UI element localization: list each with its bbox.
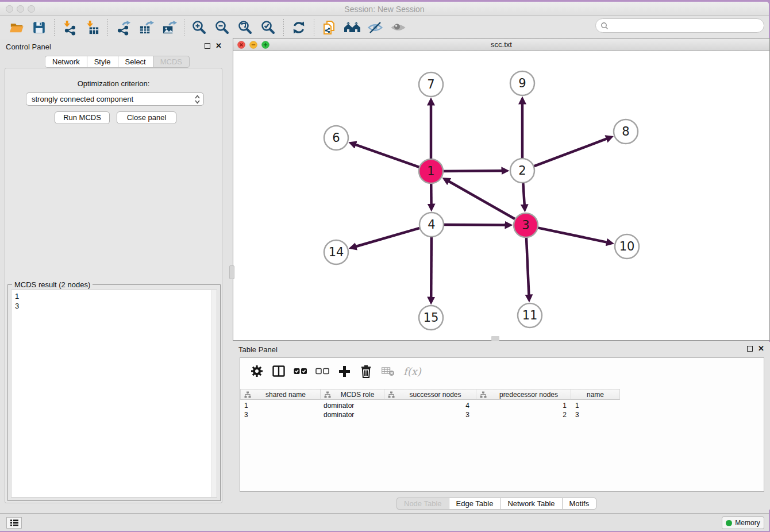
graph-node-2[interactable]: 2 <box>510 159 534 183</box>
refresh-view-icon[interactable] <box>290 19 307 36</box>
svg-text:6: 6 <box>332 131 340 145</box>
table-settings-icon[interactable] <box>249 364 264 379</box>
graph-node-7[interactable]: 7 <box>419 72 443 97</box>
cell-mcds-role[interactable]: dominator <box>321 410 384 419</box>
delete-column-icon[interactable] <box>359 364 374 379</box>
tab-node-table[interactable]: Node Table <box>396 498 449 510</box>
network-canvas-svg[interactable]: 1234678910111415 <box>233 51 769 340</box>
svg-text:15: 15 <box>424 311 439 325</box>
cell-name[interactable]: 1 <box>571 401 620 410</box>
import-table-icon[interactable] <box>84 19 101 36</box>
graph-node-11[interactable]: 11 <box>518 303 542 327</box>
tab-motifs[interactable]: Motifs <box>562 498 597 510</box>
cell-predecessor-nodes[interactable]: 1 <box>476 401 571 410</box>
mcds-result-text: 1 3 <box>11 290 217 312</box>
criterion-select[interactable]: strongly connected component <box>26 92 204 106</box>
svg-text:7: 7 <box>427 78 434 91</box>
cell-predecessor-nodes[interactable]: 2 <box>476 410 571 419</box>
close-panel-icon[interactable]: ✕ <box>215 43 222 49</box>
tree-icon <box>388 391 395 398</box>
export-image-icon[interactable] <box>160 19 178 36</box>
graph-edge-4-15[interactable] <box>431 233 432 297</box>
tab-select[interactable]: Select <box>118 56 153 68</box>
zoom-selected-icon[interactable] <box>260 19 277 36</box>
mcds-result-area[interactable]: 1 3 <box>11 290 217 498</box>
graph-edge-1-6[interactable] <box>356 145 423 168</box>
hide-selected-icon[interactable] <box>367 19 384 36</box>
show-panels-button[interactable] <box>6 517 22 529</box>
clone-network-icon[interactable] <box>321 19 338 36</box>
float-table-panel-icon[interactable] <box>747 346 753 352</box>
graph-edge-3-10[interactable] <box>534 227 607 242</box>
graph-node-6[interactable]: 6 <box>324 126 348 150</box>
close-table-panel-icon[interactable]: ✕ <box>758 346 764 352</box>
chevron-up-down-icon <box>195 95 200 104</box>
graph-node-3[interactable]: 3 <box>514 213 538 237</box>
node-table-container: f(x) shared name MCDS role successor nod… <box>240 357 764 492</box>
zoom-out-icon[interactable] <box>214 19 231 36</box>
graph-node-14[interactable]: 14 <box>324 240 348 264</box>
list-icon <box>10 519 19 527</box>
destroy-table-icon[interactable] <box>380 364 395 379</box>
tab-style[interactable]: Style <box>87 56 118 68</box>
search-input[interactable] <box>611 21 764 30</box>
zoom-in-icon[interactable] <box>191 19 208 36</box>
function-builder-icon[interactable]: f(x) <box>403 365 421 377</box>
open-session-icon[interactable] <box>7 19 25 36</box>
search-field[interactable] <box>595 18 764 33</box>
float-panel-icon[interactable] <box>205 43 210 49</box>
cell-mcds-role[interactable]: dominator <box>321 401 384 410</box>
tab-network-table[interactable]: Network Table <box>500 498 562 510</box>
cell-shared-name[interactable]: 3 <box>240 410 321 419</box>
column-header-successor-nodes[interactable]: successor nodes <box>384 389 476 400</box>
horizontal-splitter-grip[interactable] <box>491 336 499 341</box>
graph-edge-2-8[interactable] <box>530 139 606 168</box>
split-view-icon[interactable] <box>271 364 286 379</box>
column-header-shared-name[interactable]: shared name <box>240 389 321 400</box>
column-header-mcds-role[interactable]: MCDS role <box>321 389 384 400</box>
graph-node-1[interactable]: 1 <box>419 159 443 183</box>
column-header-predecessor-nodes[interactable]: predecessor nodes <box>476 389 571 400</box>
import-network-icon[interactable] <box>61 19 78 36</box>
run-mcds-button[interactable]: Run MCDS <box>55 111 110 124</box>
show-all-icon[interactable] <box>390 19 407 36</box>
export-table-icon[interactable] <box>137 19 155 36</box>
result-scrollbar[interactable] <box>211 290 217 497</box>
graph-edge-3-11[interactable] <box>526 234 529 295</box>
zoom-fit-icon[interactable] <box>237 19 254 36</box>
graph-node-9[interactable]: 9 <box>510 71 534 95</box>
network-view-title: scc.txt <box>233 40 769 49</box>
close-panel-button[interactable]: Close panel <box>117 111 176 124</box>
mcds-panel: Optimization criterion: strongly connect… <box>5 68 222 503</box>
cell-successor-nodes[interactable]: 3 <box>384 410 476 419</box>
graph-node-4[interactable]: 4 <box>419 213 444 237</box>
network-window-titlebar[interactable]: scc.txt <box>233 38 769 51</box>
select-all-columns-icon[interactable] <box>293 364 308 379</box>
cell-name[interactable]: 3 <box>571 410 620 419</box>
graph-edge-4-3[interactable] <box>440 225 505 225</box>
svg-text:3: 3 <box>522 218 529 232</box>
graph-edge-4-14[interactable] <box>356 227 424 246</box>
graph-node-10[interactable]: 10 <box>615 234 639 259</box>
graph-node-8[interactable]: 8 <box>614 119 638 144</box>
vertical-splitter-grip[interactable] <box>229 265 234 279</box>
tab-mcds[interactable]: MCDS <box>153 56 190 68</box>
graph-edge-1-2[interactable] <box>440 171 502 171</box>
tab-edge-table[interactable]: Edge Table <box>449 498 501 510</box>
table-row[interactable]: 1 dominator 4 1 1 <box>240 401 620 410</box>
cell-shared-name[interactable]: 1 <box>240 401 321 410</box>
first-neighbors-icon[interactable] <box>344 19 361 36</box>
cell-successor-nodes[interactable]: 4 <box>384 401 476 410</box>
deselect-all-columns-icon[interactable] <box>315 364 330 379</box>
create-column-icon[interactable] <box>337 364 352 379</box>
export-network-icon[interactable] <box>114 19 132 36</box>
tab-network[interactable]: Network <box>45 56 87 68</box>
graph-node-15[interactable]: 15 <box>419 306 443 330</box>
column-header-name[interactable]: name <box>571 389 620 400</box>
graph-edge-3-1[interactable] <box>449 182 518 221</box>
save-session-icon[interactable] <box>30 19 48 36</box>
network-canvas[interactable]: 1234678910111415 <box>233 51 769 340</box>
main-toolbar <box>0 16 769 39</box>
memory-button[interactable]: Memory <box>722 516 764 529</box>
table-row[interactable]: 3 dominator 3 2 3 <box>240 410 620 419</box>
